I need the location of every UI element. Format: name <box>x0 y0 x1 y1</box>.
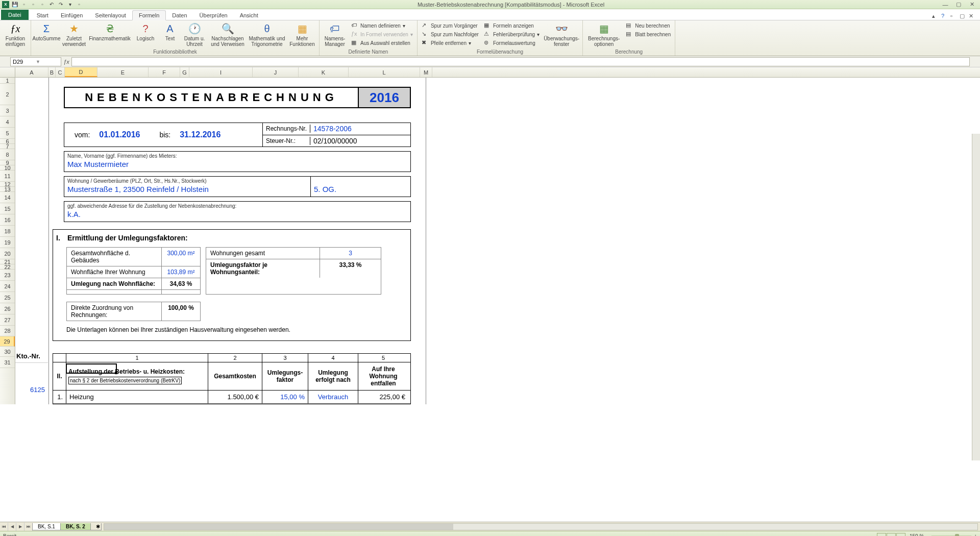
undo-icon[interactable]: ↶ <box>48 1 55 8</box>
zoom-out-icon[interactable]: − <box>926 533 929 536</box>
col-header[interactable]: E <box>97 67 149 77</box>
define-name-button[interactable]: 🏷Namen definieren ▾ <box>350 21 414 30</box>
new-sheet-icon[interactable]: ✱ <box>90 523 102 530</box>
close-icon[interactable]: ✕ <box>966 1 978 8</box>
row-header[interactable]: 1 <box>0 78 15 84</box>
more-button[interactable]: ▦Mehr Funktionen <box>288 21 316 47</box>
row-header[interactable]: 26 <box>0 303 15 314</box>
row-header[interactable]: 31 <box>0 357 15 368</box>
col-header[interactable]: D <box>65 67 97 77</box>
row-header[interactable]: 3 <box>0 105 15 116</box>
use-formula-button[interactable]: ƒxIn Formel verwenden ▾ <box>350 30 414 38</box>
row-header[interactable]: 19 <box>0 237 15 248</box>
tab-daten[interactable]: Daten <box>166 11 193 20</box>
row-header[interactable]: 16 <box>0 214 15 226</box>
row-header[interactable]: 29 <box>0 336 15 347</box>
watch-window-button[interactable]: 👓Überwachungs- fenster <box>544 21 579 47</box>
next-sheet-icon[interactable]: ▶ <box>16 523 24 531</box>
row-header[interactable]: 23 <box>0 270 15 281</box>
row-header[interactable]: 11 <box>0 170 15 182</box>
evaluate-formula-button[interactable]: ⊚Formelauswertung <box>483 39 541 47</box>
show-formulas-button[interactable]: ▦Formeln anzeigen <box>483 21 541 30</box>
maximize-icon[interactable]: ▢ <box>952 1 965 8</box>
col-header[interactable]: K <box>299 67 349 77</box>
qat-icon[interactable]: ▫ <box>20 1 28 8</box>
prev-sheet-icon[interactable]: ◀ <box>8 523 16 531</box>
col-header[interactable]: B <box>48 67 56 77</box>
qat-icon[interactable]: ▫ <box>76 1 83 8</box>
financial-button[interactable]: ₴Finanzmathematik <box>89 21 130 41</box>
save-icon[interactable]: 💾 <box>11 1 18 8</box>
col-header[interactable]: L <box>349 67 420 77</box>
select-all-corner[interactable] <box>0 67 15 77</box>
last-sheet-icon[interactable]: ⏭ <box>24 523 33 531</box>
horizontal-scrollbar[interactable] <box>104 523 978 530</box>
autosum-button[interactable]: ΣAutoSumme <box>34 21 59 41</box>
fx-icon[interactable]: ƒx <box>61 59 71 65</box>
col-header[interactable]: A <box>15 67 48 77</box>
create-selection-button[interactable]: ▦Aus Auswahl erstellen <box>350 39 414 47</box>
row-header[interactable]: 28 <box>0 326 15 336</box>
row-header[interactable]: 22 <box>0 264 15 270</box>
remove-arrows-button[interactable]: ✖Pfeile entfernen ▾ <box>421 39 480 47</box>
datetime-button[interactable]: 🕐Datum u. Uhrzeit <box>182 21 207 47</box>
row-header[interactable]: 20 <box>0 248 15 259</box>
lookup-button[interactable]: 🔍Nachschlagen und Verweisen <box>210 21 246 47</box>
normal-view-button[interactable] <box>877 533 886 537</box>
window-close-icon[interactable]: ✕ <box>969 13 976 20</box>
text-button[interactable]: AText <box>161 21 179 41</box>
qat-icon[interactable]: ▫ <box>39 1 46 8</box>
insert-function-button[interactable]: ƒx Funktion einfügen <box>3 21 28 47</box>
formula-input[interactable] <box>71 57 970 66</box>
name-box[interactable]: D29 ▼ <box>10 57 61 66</box>
tab-einfuegen[interactable]: Einfügen <box>55 11 89 20</box>
row-header[interactable]: 27 <box>0 314 15 326</box>
row-header[interactable]: 5 <box>0 128 15 139</box>
zoom-in-icon[interactable]: + <box>974 533 977 536</box>
row-header[interactable]: 8 <box>0 149 15 160</box>
col-header[interactable]: I <box>189 67 253 77</box>
vertical-scrollbar[interactable] <box>972 134 980 460</box>
window-icon[interactable]: ▢ <box>960 13 967 20</box>
ribbon-minimize-icon[interactable]: ▴ <box>932 13 939 20</box>
col-header[interactable]: C <box>56 67 65 77</box>
row-header[interactable]: 25 <box>0 292 15 303</box>
col-header[interactable]: G <box>180 67 189 77</box>
row-header[interactable]: 18 <box>0 226 15 237</box>
help-icon[interactable]: ? <box>941 13 948 20</box>
row-header[interactable]: 4 <box>0 116 15 128</box>
minimize-icon[interactable]: — <box>939 1 951 8</box>
sheet-canvas[interactable]: Kto.-Nr. 6125 NEBENKOSTENABRECHNUNG 2016… <box>15 78 980 404</box>
col-header[interactable]: M <box>420 67 432 77</box>
tab-ueberpruefen[interactable]: Überprüfen <box>193 11 234 20</box>
name-manager-button[interactable]: 🏷Namens- Manager <box>323 21 347 47</box>
pagebreak-view-button[interactable] <box>896 533 905 537</box>
qat-icon[interactable]: ▾ <box>66 1 74 8</box>
recalc-sheet-button[interactable]: ▤Blatt berechnen <box>625 30 672 38</box>
tab-file[interactable]: Datei <box>1 10 29 20</box>
redo-icon[interactable]: ↷ <box>57 1 64 8</box>
sheet-tab[interactable]: BK, S.1 <box>32 523 61 530</box>
calc-options-button[interactable]: ▦Berechnungs- optionen <box>586 21 622 47</box>
tab-formeln[interactable]: Formeln <box>132 10 166 20</box>
row-header[interactable]: 15 <box>0 203 15 214</box>
recent-button[interactable]: ★Zuletzt verwendet <box>62 21 86 47</box>
logical-button[interactable]: ?Logisch <box>133 21 158 41</box>
col-header[interactable]: J <box>253 67 299 77</box>
recalc-button[interactable]: ▤Neu berechnen <box>625 21 672 30</box>
row-header[interactable]: 13 <box>0 187 15 192</box>
math-button[interactable]: θMathematik und Trigonometrie <box>249 21 285 47</box>
dropdown-icon[interactable]: ▼ <box>36 59 59 64</box>
qat-icon[interactable]: ▫ <box>30 1 37 8</box>
error-check-button[interactable]: ⚠Fehlerüberprüfung ▾ <box>483 30 541 38</box>
trace-dependents-button[interactable]: ↘Spur zum Nachfolger <box>421 30 480 38</box>
col-header[interactable]: F <box>149 67 180 77</box>
tab-start[interactable]: Start <box>31 11 55 20</box>
tab-ansicht[interactable]: Ansicht <box>234 11 264 20</box>
tab-seitenlayout[interactable]: Seitenlayout <box>89 11 132 20</box>
window-icon[interactable]: ▫ <box>950 13 958 20</box>
row-header[interactable]: 2 <box>0 84 15 105</box>
row-header[interactable]: 10 <box>0 165 15 170</box>
trace-precedents-button[interactable]: ↗Spur zum Vorgänger <box>421 21 480 30</box>
row-header[interactable]: 24 <box>0 281 15 292</box>
